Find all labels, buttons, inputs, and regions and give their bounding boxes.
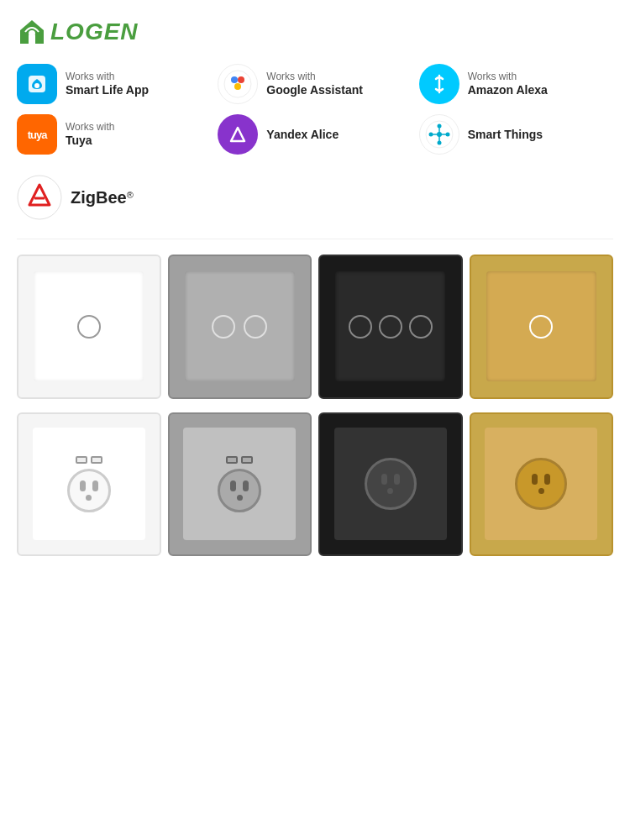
- socket-ground-black: [387, 488, 393, 494]
- svg-point-3: [34, 83, 39, 88]
- svg-point-7: [234, 83, 241, 90]
- sockets-row: [17, 412, 613, 557]
- socket-hole-right: [243, 480, 249, 491]
- socket-ground-white: [86, 495, 92, 501]
- svg-point-5: [231, 76, 238, 83]
- socket-hole-right: [394, 474, 400, 485]
- usb-port-a[interactable]: [226, 456, 238, 464]
- touch-button-2[interactable]: [244, 315, 267, 339]
- zigbee-area: ZigBee®: [17, 171, 613, 223]
- socket-face-gray: [183, 428, 296, 540]
- socket-hole-right: [544, 474, 550, 485]
- google-text: Works with Google Assistant: [266, 71, 363, 98]
- eu-socket-face-black[interactable]: [365, 458, 417, 510]
- compat-google: Works with Google Assistant: [218, 64, 412, 104]
- brand-name: LOGEN: [50, 18, 139, 45]
- eu-socket-face-white[interactable]: [67, 469, 111, 512]
- usb-ports-gray: [226, 456, 253, 464]
- socket-black: [318, 412, 463, 557]
- smart-life-text: Works with Smart Life App: [66, 71, 149, 98]
- usb-port-c[interactable]: [241, 456, 253, 464]
- socket-hole-left: [230, 480, 236, 491]
- compatibility-grid: Works with Smart Life App Works with Goo…: [17, 60, 613, 158]
- socket-hole-left: [532, 474, 538, 485]
- divider-1: [17, 239, 613, 239]
- switches-row: [17, 255, 613, 399]
- touch-button-1[interactable]: [349, 315, 372, 339]
- touch-button-1[interactable]: [77, 315, 101, 339]
- tuya-text: Works with Tuya: [66, 121, 114, 149]
- usb-port-a[interactable]: [76, 456, 87, 464]
- socket-holes-black: [381, 474, 400, 485]
- alexa-icon: [419, 64, 459, 104]
- touch-button-1[interactable]: [212, 315, 235, 339]
- eu-socket-face-gold[interactable]: [515, 458, 567, 510]
- eu-socket-face-gray[interactable]: [218, 469, 261, 512]
- touch-button-3[interactable]: [409, 315, 433, 339]
- switch-gold-1gang: [470, 255, 614, 399]
- google-icon: [218, 64, 258, 104]
- zigbee-label: ZigBee®: [71, 188, 134, 207]
- compat-alexa: Works with Amazon Alexa: [419, 64, 613, 104]
- smartthings-text: Smart Things: [468, 127, 543, 142]
- socket-hole-right: [92, 480, 98, 491]
- socket-face-white: [33, 428, 145, 540]
- usb-ports-white: [76, 456, 102, 464]
- socket-face-gold: [485, 428, 597, 540]
- compat-tuya: tuya Works with Tuya: [17, 114, 211, 155]
- yandex-text: Yandex Alice: [266, 127, 339, 142]
- switch-black-3gang: [318, 255, 463, 399]
- svg-point-16: [445, 133, 449, 137]
- socket-hole-left: [381, 474, 387, 485]
- compat-yandex: Yandex Alice: [218, 114, 412, 155]
- tuya-icon: tuya: [17, 114, 57, 155]
- zigbee-logo-icon: [17, 175, 62, 220]
- socket-gold: [470, 412, 614, 557]
- socket-holes-white: [80, 480, 98, 491]
- switch-face-gray: [185, 271, 295, 381]
- socket-hole-left: [80, 480, 86, 491]
- svg-point-14: [437, 141, 441, 145]
- switch-face-gold: [486, 271, 596, 381]
- svg-point-15: [428, 133, 433, 137]
- smart-life-icon: [17, 64, 57, 104]
- touch-button-2[interactable]: [379, 315, 402, 339]
- logo-icon: [17, 17, 47, 47]
- usb-port-c[interactable]: [91, 456, 102, 464]
- switch-face-white: [34, 271, 144, 381]
- socket-ground-gray: [237, 495, 243, 501]
- svg-point-6: [238, 76, 244, 83]
- compat-smart-life: Works with Smart Life App: [17, 64, 211, 104]
- switch-white-1gang: [17, 255, 161, 399]
- svg-point-1: [29, 30, 35, 37]
- touch-button-1[interactable]: [529, 315, 553, 339]
- smartthings-icon: [419, 114, 459, 155]
- svg-point-13: [437, 124, 441, 129]
- socket-holes-gold: [532, 474, 550, 485]
- socket-holes-gray: [230, 480, 249, 491]
- switch-face-black: [335, 271, 445, 381]
- socket-ground-gold: [538, 488, 544, 494]
- alexa-text: Works with Amazon Alexa: [468, 71, 548, 98]
- logo-area: LOGEN: [17, 17, 613, 47]
- socket-gray-usb: [168, 412, 312, 557]
- compat-smartthings: Smart Things: [419, 114, 613, 155]
- switch-gray-2gang: [168, 255, 312, 399]
- socket-white-usb: [17, 412, 161, 557]
- page: LOGEN Works with Smart Life App: [0, 0, 630, 840]
- svg-point-9: [223, 119, 253, 150]
- socket-face-black: [334, 428, 447, 540]
- yandex-icon: [218, 114, 258, 155]
